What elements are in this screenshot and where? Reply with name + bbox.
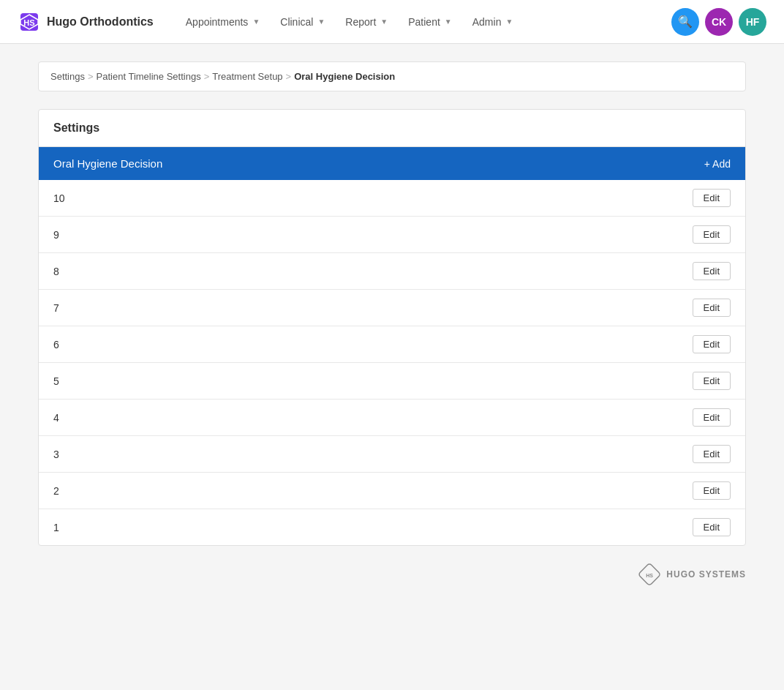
nav-item-admin[interactable]: Admin▼ [464, 10, 522, 34]
table-row: 8 Edit [39, 253, 745, 290]
caret-icon: ▼ [505, 18, 513, 26]
breadcrumb-separator: > [88, 71, 94, 82]
row-value: 7 [53, 302, 59, 314]
nav-label-clinical: Clinical [280, 16, 313, 28]
search-button[interactable]: 🔍 [671, 8, 699, 36]
row-value: 6 [53, 339, 59, 350]
settings-header: Settings [39, 110, 745, 147]
row-value: 9 [53, 229, 59, 241]
caret-icon: ▼ [317, 18, 325, 26]
nav-label-appointments: Appointments [186, 16, 249, 28]
row-value: 5 [53, 375, 59, 387]
edit-button[interactable]: Edit [693, 335, 731, 353]
row-value: 2 [53, 485, 59, 497]
nav-label-report: Report [345, 16, 376, 28]
edit-button[interactable]: Edit [693, 372, 731, 390]
edit-button[interactable]: Edit [693, 262, 731, 280]
breadcrumb-separator: > [204, 71, 210, 82]
nav-label-admin: Admin [472, 16, 502, 28]
footer-logo: HS HUGO SYSTEMS [638, 563, 746, 585]
row-value: 1 [53, 522, 59, 533]
brand[interactable]: HS Hugo Orthodontics [18, 10, 154, 34]
table-row: 10 Edit [39, 180, 745, 217]
caret-icon: ▼ [252, 18, 260, 26]
table-row: 9 Edit [39, 217, 745, 253]
caret-icon: ▼ [380, 18, 388, 26]
nav-item-appointments[interactable]: Appointments▼ [177, 10, 269, 34]
edit-button[interactable]: Edit [693, 445, 731, 463]
navbar-nav: Appointments▼Clinical▼Report▼Patient▼Adm… [177, 10, 671, 34]
breadcrumb-item-patient-timeline[interactable]: Patient Timeline Settings [97, 71, 201, 82]
breadcrumb-item-treatment-setup[interactable]: Treatment Setup [212, 71, 282, 82]
breadcrumb-item-settings[interactable]: Settings [50, 71, 85, 82]
table-row: 7 Edit [39, 290, 745, 326]
navbar-actions: 🔍 CKHF [671, 8, 766, 36]
table-row: 1 Edit [39, 509, 745, 545]
footer: HS HUGO SYSTEMS [38, 546, 746, 591]
edit-button[interactable]: Edit [693, 481, 731, 500]
section-header: Oral Hygiene Decision + Add [39, 147, 745, 180]
row-value: 10 [53, 192, 65, 204]
search-icon: 🔍 [678, 15, 693, 29]
table-row: 2 Edit [39, 473, 745, 509]
breadcrumb: Settings>Patient Timeline Settings>Treat… [50, 71, 734, 82]
avatar-ck[interactable]: CK [705, 8, 733, 36]
breadcrumb-card: Settings>Patient Timeline Settings>Treat… [38, 61, 746, 91]
table-row: 4 Edit [39, 400, 745, 436]
edit-button[interactable]: Edit [693, 225, 731, 244]
main-content: Settings>Patient Timeline Settings>Treat… [26, 44, 758, 609]
breadcrumb-item-oral-hygiene: Oral Hygiene Decision [294, 71, 395, 82]
navbar: HS Hugo Orthodontics Appointments▼Clinic… [0, 0, 784, 44]
svg-text:HS: HS [23, 18, 34, 27]
nav-label-patient: Patient [408, 16, 440, 28]
section-title: Oral Hygiene Decision [53, 157, 162, 170]
edit-button[interactable]: Edit [693, 408, 731, 427]
breadcrumb-separator: > [286, 71, 292, 82]
row-value: 4 [53, 412, 59, 424]
edit-button[interactable]: Edit [693, 518, 731, 536]
table-row: 6 Edit [39, 326, 745, 363]
edit-button[interactable]: Edit [693, 189, 731, 207]
table-row: 3 Edit [39, 436, 745, 473]
brand-name: Hugo Orthodontics [47, 15, 154, 29]
brand-logo-icon: HS [18, 10, 41, 34]
nav-item-report[interactable]: Report▼ [336, 10, 396, 34]
nav-item-patient[interactable]: Patient▼ [399, 10, 461, 34]
avatar-hf[interactable]: HF [739, 8, 766, 36]
list-rows-container: 10 Edit 9 Edit 8 Edit 7 Edit 6 Edit 5 Ed… [39, 180, 745, 545]
edit-button[interactable]: Edit [693, 299, 731, 317]
svg-text:HS: HS [646, 573, 653, 578]
row-value: 3 [53, 449, 59, 460]
footer-text: HUGO SYSTEMS [666, 569, 746, 580]
nav-item-clinical[interactable]: Clinical▼ [271, 10, 333, 34]
settings-card: Settings Oral Hygiene Decision + Add 10 … [38, 109, 746, 546]
add-button[interactable]: + Add [704, 158, 731, 170]
caret-icon: ▼ [445, 18, 452, 26]
table-row: 5 Edit [39, 363, 745, 400]
row-value: 8 [53, 266, 59, 277]
footer-logo-icon: HS [638, 563, 660, 585]
